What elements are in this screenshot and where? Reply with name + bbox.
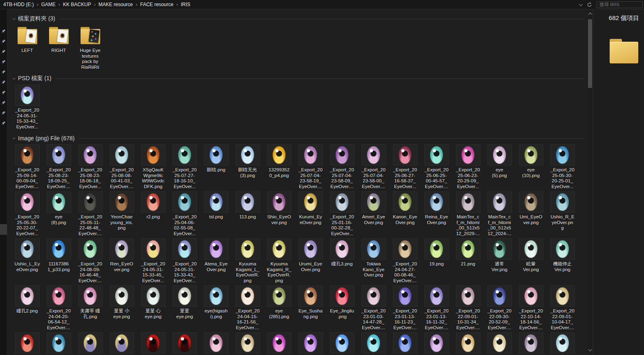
file-item[interactable]: Eye_Susha ng.png	[295, 285, 326, 319]
file-item[interactable]: 19.png	[421, 238, 452, 267]
breadcrumb-item[interactable]: 4TB-HDD (E:)	[3, 2, 34, 7]
file-item[interactable]: _Export_20 25-07-04- 23-58-09_ EyeOver..…	[326, 144, 358, 189]
file-item[interactable]: YeonChae young_iris. png	[106, 191, 137, 231]
file-item[interactable]: _Export_20 25-08-23- 18-06-18_ EyeOver..…	[74, 144, 106, 189]
file-item[interactable]: _Export_20	[484, 333, 515, 355]
file-item[interactable]: _Export_20 22-09-01- 10-31-34_ EyeOver..…	[452, 285, 484, 330]
file-item[interactable]: _Export_20 25-09-14- 00-09-04_ EyeOver..…	[11, 144, 43, 189]
file-item[interactable]: 111.png	[11, 333, 43, 355]
file-item[interactable]: LEFT	[11, 25, 43, 54]
file-item[interactable]: _Export_20 24-04-15- 16-21-56_ EyeOver..…	[232, 285, 263, 330]
file-item[interactable]: _Export_20 25-05-30- 20-25-01_ EyeOver..…	[547, 144, 578, 189]
scroll-down-icon[interactable]	[588, 347, 592, 351]
file-item[interactable]: Atena_Eye Over.png	[200, 238, 232, 272]
file-item[interactable]: Kyuuma Kagami_L_ EyeOverR. png	[232, 238, 263, 283]
file-item[interactable]: Eye_Jingliu .png	[326, 285, 358, 319]
scrollbar-thumb[interactable]	[588, 19, 592, 88]
file-item[interactable]: 眼睛无光 (3).png	[232, 144, 263, 178]
refresh-icon[interactable]	[587, 2, 592, 7]
file-item[interactable]: 美露莘 瞳 孔.png	[74, 285, 106, 319]
pin-icon[interactable]	[1, 39, 6, 44]
file-item[interactable]: eye (10).png	[515, 144, 547, 178]
file-item[interactable]: _Export_20 25-06-23- 20-29-09_ EyeOver..…	[452, 144, 484, 189]
file-item[interactable]: 眩暈 Ver.png	[515, 238, 547, 272]
file-item[interactable]: 瞳孔2.png	[11, 285, 43, 314]
file-item[interactable]: _Export_20	[452, 333, 484, 355]
file-item[interactable]: Reina_Eye Over.png	[421, 191, 452, 225]
file-item[interactable]: _Export_20 22-09-30- 20-52-09_ EyeOver..…	[484, 285, 515, 330]
file-item[interactable]: 眼睛	[74, 333, 106, 355]
file-item[interactable]: _Export_20 25-01-16- 00-32-28_ EyeOver..…	[326, 191, 358, 236]
pin-icon[interactable]	[1, 80, 6, 85]
file-item[interactable]: 眼睛.png	[200, 144, 232, 173]
file-item[interactable]: _Export_20	[547, 333, 578, 355]
file-item[interactable]: Ushio_L_Ey eOver.png	[11, 238, 43, 272]
file-item[interactable]: 菫菫 小 eye.png	[106, 285, 137, 319]
file-item[interactable]: _Export_20 25-07-04- 23-58-19_ EyeOver..…	[295, 144, 326, 189]
file-item[interactable]: tsl.png	[200, 191, 232, 220]
pin-icon[interactable]	[1, 60, 6, 64]
breadcrumb-item[interactable]: KK BACKUP	[63, 2, 91, 7]
file-item[interactable]: _Export_20 25-06-27- 16-58-37_ EyeOver..…	[389, 144, 421, 189]
file-item[interactable]: _Export_20 25-05-11- 22-48-48_ EyeOver..…	[74, 191, 106, 236]
file-item[interactable]: _Export_20 22-10-14- 18-14-56_ EyeOver..…	[515, 285, 547, 330]
file-item[interactable]: _Export_20 25-06-25- 00-45-57_ EyeOver..…	[421, 144, 452, 189]
file-item[interactable]: _Export_20 25-05-30- 20-22-07_ EyeOver..…	[11, 191, 43, 236]
pin-icon[interactable]	[1, 49, 6, 54]
file-item[interactable]: 眼睛无光	[106, 333, 137, 355]
file-item[interactable]: Herrscher	[263, 333, 295, 355]
breadcrumb-item[interactable]: FACE resource	[140, 2, 173, 7]
file-item[interactable]: _Export_20 24-05-31- 15-33-45_ EyeOver..…	[137, 238, 169, 283]
pin-icon[interactable]	[1, 70, 6, 74]
file-item[interactable]: Ameri_Eye Over.png	[358, 191, 389, 225]
search-input[interactable]	[597, 1, 643, 8]
file-item[interactable]: 通常 Ver.png	[484, 238, 515, 272]
breadcrumb-item[interactable]: IRIS	[181, 2, 190, 7]
file-item[interactable]: eye(higash i).png	[200, 285, 232, 319]
file-item[interactable]: 機能停止 Ver.png	[547, 238, 578, 272]
file-item[interactable]: _Export_20 25-07-27- 18-16-10_ EyeOver..…	[169, 144, 200, 189]
file-item[interactable]: Durandal -	[389, 333, 421, 355]
file-item[interactable]: _Export_20 25-08-23- 18-09-25_ EyeOver..…	[43, 144, 74, 189]
breadcrumb-item[interactable]: MAKE resource	[99, 2, 133, 7]
file-item[interactable]: Ushio_R_E yeOver.pn g	[547, 191, 578, 231]
vertical-scrollbar[interactable]	[587, 9, 593, 355]
file-item[interactable]: eye (285).png	[263, 285, 295, 319]
file-item[interactable]: Urumi_Eye Over.png	[295, 238, 326, 272]
pin-icon[interactable]	[1, 90, 6, 95]
file-item[interactable]: l.png	[137, 333, 169, 355]
pin-icon[interactable]	[1, 121, 6, 126]
file-item[interactable]: Tokiwa Kano_Eye Over.png	[358, 238, 389, 278]
file-item[interactable]: _Export_20 23-01-13- 16-11-23_ EyeOver..…	[389, 285, 421, 330]
file-item[interactable]: _Export_20 24-04-27- 00-08-46_ EyeOver..…	[389, 238, 421, 283]
file-item[interactable]: 瞳孔3.png	[326, 238, 358, 267]
file-item[interactable]: Huge Eye textures pack by RiaRiiRii	[74, 25, 106, 70]
file-item[interactable]: _Export_20	[515, 333, 547, 355]
file-item[interactable]: RIGHT	[43, 25, 74, 54]
file-item[interactable]: r2.png	[137, 191, 169, 220]
scroll-up-icon[interactable]	[588, 13, 592, 17]
file-item[interactable]: Kyuuma Kagami_R_ EyeOverR. png	[263, 238, 295, 283]
file-item[interactable]: 13299352 0_p4.png	[263, 144, 295, 178]
section-header[interactable]: Image (png) File (678)	[11, 135, 587, 142]
file-item[interactable]: Cecilia_Ey	[358, 333, 389, 355]
file-item[interactable]: XSgQauK Wgme9lc W9WGvdc DFK.png	[137, 144, 169, 189]
file-item[interactable]: Umi_EyeO ver.png	[515, 191, 547, 225]
file-item[interactable]: Ren_EyeO ver.png	[106, 238, 137, 272]
file-item[interactable]: _Export_20 24-05-31- 15-33-43_ EyeOver..…	[11, 85, 43, 130]
file-item[interactable]: 天宮	[232, 333, 263, 355]
file-item[interactable]: r.png	[169, 333, 200, 355]
address-dropdown-chevron-icon[interactable]	[579, 2, 583, 6]
breadcrumb-item[interactable]: GAME	[41, 2, 56, 7]
file-item[interactable]: Kanon_Eye Over.png	[389, 191, 421, 225]
file-item[interactable]: _Export_20 24-04-20- 06-54-12_ EyeOver..…	[43, 285, 74, 330]
section-header[interactable]: 檔案資料夾 (3)	[11, 15, 587, 22]
file-item[interactable]: _Export_20 24-08-09- 16-46-48_ EyeOver..…	[74, 238, 106, 283]
file-item[interactable]: MainTex_c f_m_hitomi _00_512x5 12_2029-.…	[452, 191, 484, 236]
file-item[interactable]: eye (8).png	[43, 191, 74, 225]
file-item[interactable]: 11167386 1_p33.png	[43, 238, 74, 272]
file-item[interactable]: Theresa	[200, 333, 232, 355]
section-header[interactable]: PSD 檔案 (1)	[11, 75, 587, 82]
file-item[interactable]: 菫菫 心 eye.png	[137, 285, 169, 319]
file-item[interactable]: MainTex_c f_m_hitomi _00_512x5 12_2024-.…	[484, 191, 515, 236]
